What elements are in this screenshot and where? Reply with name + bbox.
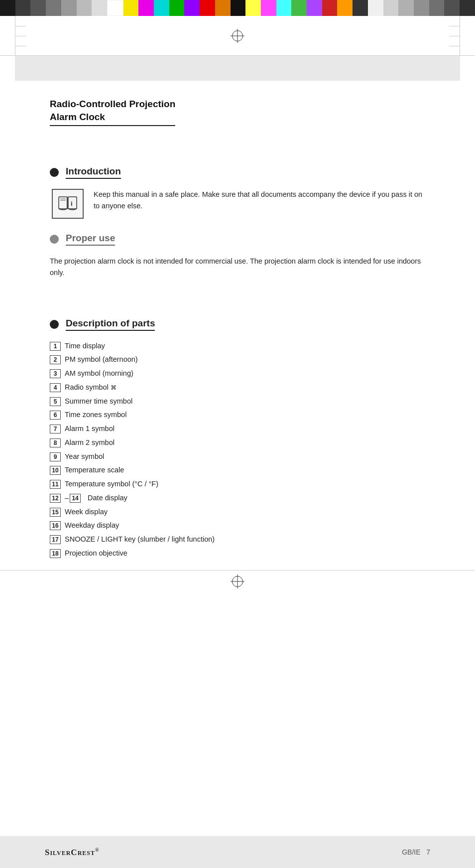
- part-dash: –: [65, 493, 69, 504]
- footer-page-info: GB/IE 7: [402, 848, 430, 856]
- bullet-dot-introduction: [50, 168, 59, 177]
- introduction-info-text: Keep this manual in a safe place. Make s…: [94, 189, 430, 211]
- part-label: Alarm 1 symbol: [65, 424, 115, 434]
- part-number: 18: [50, 549, 61, 558]
- list-item: 10 Temperature scale: [50, 465, 430, 476]
- footer: SilverCrest® GB/IE 7: [0, 836, 475, 868]
- part-label: Weekday display: [65, 520, 119, 531]
- description-title: Description of parts: [66, 318, 155, 331]
- part-number: 15: [50, 508, 61, 517]
- title-line2: Alarm Clock: [50, 112, 105, 122]
- part-label: Summer time symbol: [65, 396, 132, 407]
- brand-logo: SilverCrest®: [45, 847, 99, 858]
- part-label: Week display: [65, 507, 108, 518]
- svg-text:i: i: [71, 200, 73, 207]
- main-content: Radio-Controlled Projection Alarm Clock …: [0, 81, 475, 602]
- part-number: 11: [50, 480, 61, 489]
- list-item: 4 Radio symbol ⌘: [50, 382, 430, 393]
- list-item: 15 Week display: [50, 507, 430, 518]
- color-bar: [0, 0, 475, 16]
- list-item: 2 PM symbol (afternoon): [50, 354, 430, 365]
- part-label: Temperature symbol (°C / °F): [65, 479, 158, 490]
- proper-use-body: The projection alarm clock is not intend…: [50, 256, 430, 279]
- gray-header-band: [15, 56, 460, 81]
- part-number: 12: [50, 494, 61, 503]
- list-item: 5 Summer time symbol: [50, 396, 430, 407]
- part-label: PM symbol (afternoon): [65, 354, 138, 365]
- list-item: 17 SNOOZE / LIGHT key (slumber / light f…: [50, 534, 430, 545]
- bullet-dot-proper-use: [50, 235, 59, 244]
- part-number: 4: [50, 383, 61, 392]
- introduction-heading: Introduction: [50, 166, 430, 179]
- part-label: Time display: [65, 341, 105, 352]
- list-item: 16 Weekday display: [50, 520, 430, 531]
- part-label: Radio symbol ⌘: [65, 382, 117, 393]
- list-item: 1 Time display: [50, 341, 430, 352]
- part-number: 10: [50, 466, 61, 475]
- part-number: 3: [50, 369, 61, 378]
- part-label: AM symbol (morning): [65, 368, 133, 379]
- registration-area-bottom: [0, 570, 475, 593]
- part-number: 1: [50, 342, 61, 351]
- info-icon: i: [52, 189, 84, 219]
- footer-region: GB/IE: [402, 848, 420, 856]
- list-item: 8 Alarm 2 symbol: [50, 437, 430, 448]
- part-number: 14: [70, 494, 81, 503]
- part-label: SNOOZE / LIGHT key (slumber / light func…: [65, 534, 215, 545]
- proper-use-heading: Proper use: [50, 233, 430, 246]
- registration-area-top: [0, 16, 475, 56]
- brand-name: SilverCrest: [45, 847, 95, 857]
- list-item: 7 Alarm 1 symbol: [50, 424, 430, 434]
- part-number: 5: [50, 397, 61, 406]
- part-number: 16: [50, 521, 61, 530]
- list-item: 3 AM symbol (morning): [50, 368, 430, 379]
- part-number: 2: [50, 355, 61, 364]
- part-number: 6: [50, 411, 61, 420]
- page-title: Radio-Controlled Projection Alarm Clock: [50, 98, 175, 126]
- book-icon: i: [57, 193, 79, 215]
- list-item: 6 Time zones symbol: [50, 410, 430, 421]
- list-item: 9 Year symbol: [50, 451, 430, 462]
- parts-list: 1 Time display 2 PM symbol (afternoon) 3…: [50, 341, 430, 559]
- part-label: Alarm 2 symbol: [65, 437, 115, 448]
- part-label: Temperature scale: [65, 465, 124, 476]
- part-label: Projection objective: [65, 548, 127, 559]
- bullet-dot-description: [50, 320, 59, 329]
- part-label: Time zones symbol: [65, 410, 126, 421]
- list-item: 11 Temperature symbol (°C / °F): [50, 479, 430, 490]
- part-number: 9: [50, 452, 61, 461]
- list-item: 18 Projection objective: [50, 548, 430, 559]
- part-label: Date display: [88, 493, 127, 504]
- brand-superscript: ®: [95, 847, 99, 853]
- part-number: 8: [50, 438, 61, 447]
- part-number: 17: [50, 535, 61, 544]
- info-box: i Keep this manual in a safe place. Make…: [52, 189, 430, 219]
- footer-page-number: 7: [426, 848, 430, 856]
- introduction-title: Introduction: [66, 166, 121, 179]
- proper-use-title: Proper use: [66, 233, 115, 246]
- part-label: Year symbol: [65, 451, 104, 462]
- title-line1: Radio-Controlled Projection: [50, 99, 175, 109]
- description-heading: Description of parts: [50, 318, 430, 331]
- part-number: 7: [50, 425, 61, 434]
- list-item: 12 – 14 Date display: [50, 493, 430, 504]
